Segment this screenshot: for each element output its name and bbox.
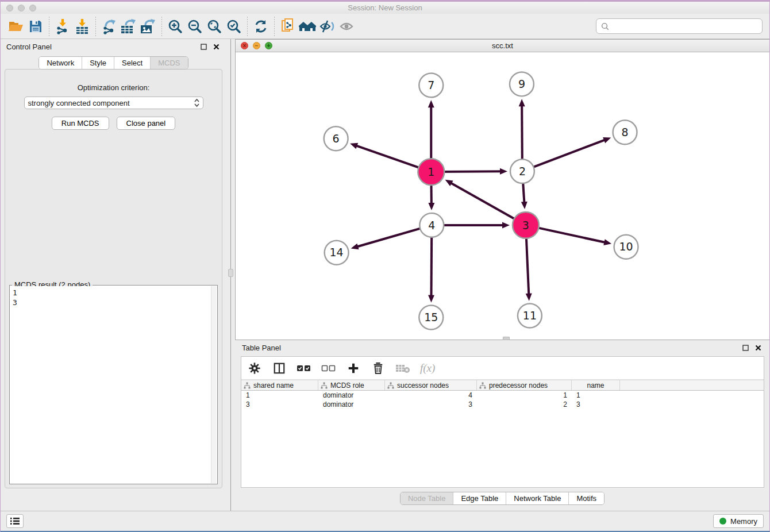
table-rows: 1dominator4113dominator323 [241, 391, 764, 409]
hierarchy-icon [321, 382, 328, 389]
network-maximize-button[interactable]: + [265, 42, 272, 49]
graph-edge-arrowhead [428, 100, 434, 107]
network-close-button[interactable]: × [241, 42, 248, 49]
mcds-result-text[interactable]: 1 3 [10, 286, 211, 483]
delete-columns-trash-icon[interactable] [371, 361, 386, 376]
column-header-name[interactable]: name [572, 380, 620, 390]
export-network-button[interactable] [99, 17, 119, 36]
close-table-panel-icon[interactable] [753, 344, 763, 353]
table-cell[interactable]: 1 [477, 391, 572, 399]
export-image-button[interactable] [138, 17, 158, 36]
graph-node-label-11: 11 [523, 309, 537, 322]
graph-edge-arrowhead [521, 202, 528, 209]
tab-network-table[interactable]: Network Table [506, 492, 568, 504]
save-session-button[interactable] [26, 17, 45, 36]
run-mcds-button[interactable]: Run MCDS [52, 117, 109, 130]
table-cell[interactable]: 3 [241, 400, 318, 408]
close-panel-icon[interactable] [211, 42, 221, 51]
graph-edge-arrowhead [500, 168, 507, 175]
deselect-all-columns-icon[interactable] [321, 361, 336, 376]
optimization-criterion-value: strongly connected component [28, 99, 194, 107]
tab-node-table[interactable]: Node Table [401, 492, 453, 504]
graph-edge-arrowhead [519, 99, 525, 106]
tab-style[interactable]: Style [82, 57, 114, 69]
table-cell[interactable]: dominator [318, 400, 385, 408]
table-cell[interactable]: 1 [572, 391, 620, 399]
main-toolbar [1, 14, 769, 39]
tab-mcds[interactable]: MCDS [150, 57, 187, 69]
tab-select[interactable]: Select [114, 57, 150, 69]
network-window-title: scc.txt [236, 41, 769, 50]
show-columns-icon[interactable] [272, 361, 287, 376]
table-row[interactable]: 3dominator323 [241, 400, 764, 409]
table-settings-gear-icon[interactable] [247, 361, 262, 376]
export-table-button[interactable] [119, 17, 138, 36]
float-table-panel-icon[interactable] [741, 344, 750, 353]
column-header-mcds-role[interactable]: MCDS role [318, 380, 385, 390]
network-canvas[interactable]: 7968124314101511 [236, 52, 769, 340]
result-scrollbar[interactable] [211, 286, 217, 483]
table-panel: Table Panel [235, 340, 769, 512]
show-eye-disabled-button[interactable] [337, 17, 356, 36]
tab-network[interactable]: Network [39, 57, 82, 69]
graph-edge-arrowhead [603, 137, 611, 143]
column-header-successor-nodes[interactable]: successor nodes [385, 380, 477, 390]
graph-node-label-1: 1 [428, 165, 434, 178]
graph-node-label-10: 10 [619, 240, 633, 253]
vertical-splitter[interactable] [226, 39, 235, 512]
open-session-button[interactable] [6, 17, 26, 36]
table-cell[interactable]: 4 [385, 391, 477, 399]
graph-edge-arrowhead [526, 293, 532, 300]
splitter-grip[interactable] [228, 269, 233, 277]
table-toolbar: f(x) [241, 357, 764, 380]
table-cell[interactable]: 3 [385, 400, 477, 408]
window-titlebar: Session: New Session [1, 2, 769, 14]
close-panel-button[interactable]: Close panel [117, 117, 176, 130]
table-cell[interactable]: 2 [477, 400, 572, 408]
graph-edge-2-8[interactable] [522, 140, 605, 171]
tab-motifs[interactable]: Motifs [568, 492, 604, 504]
table-cell[interactable]: 1 [241, 391, 318, 399]
node-table-container: f(x) shared nameMCDS rolesuccessor nodes… [241, 356, 764, 488]
table-cell[interactable]: 3 [572, 400, 620, 408]
column-header-shared-name[interactable]: shared name [241, 380, 318, 390]
network-minimize-button[interactable]: − [253, 42, 260, 49]
memory-button[interactable]: Memory [713, 514, 764, 528]
add-column-plus-icon[interactable] [346, 361, 361, 376]
tab-edge-table[interactable]: Edge Table [453, 492, 506, 504]
column-header-predecessor-nodes[interactable]: predecessor nodes [477, 380, 572, 390]
select-all-columns-icon[interactable] [297, 361, 311, 376]
hide-eye-slash-button[interactable] [317, 17, 337, 36]
zoom-selected-button[interactable] [224, 17, 244, 36]
duplicate-network-button[interactable] [278, 17, 298, 36]
task-history-button[interactable] [6, 514, 24, 528]
table-panel-tabs: Node TableEdge TableNetwork TableMotifs [400, 492, 605, 505]
zoom-in-button[interactable] [165, 17, 185, 36]
import-table-button[interactable] [72, 17, 92, 36]
zoom-fit-button[interactable] [205, 17, 224, 36]
table-row[interactable]: 1dominator411 [241, 391, 764, 400]
graph-edge-arrowhead [350, 143, 358, 149]
graph-node-label-6: 6 [333, 132, 340, 145]
graph-node-label-8: 8 [622, 126, 629, 138]
delete-table-icon-disabled [395, 361, 410, 376]
graph-edge-arrowhead [351, 244, 359, 250]
import-network-button[interactable] [53, 17, 72, 36]
optimization-criterion-select[interactable]: strongly connected component [24, 97, 203, 109]
optimization-criterion-label: Optimization criterion: [5, 83, 222, 92]
graph-node-label-2: 2 [519, 165, 526, 178]
table-cell[interactable]: dominator [318, 391, 385, 399]
graph-node-label-3: 3 [522, 219, 529, 232]
table-header-row: shared nameMCDS rolesuccessor nodesprede… [241, 380, 764, 391]
apply-layout-button[interactable] [251, 17, 271, 36]
zoom-out-button[interactable] [185, 17, 205, 36]
search-input[interactable] [613, 22, 757, 30]
graph-edge-arrowhead [603, 239, 611, 245]
graph-edge-arrowhead [428, 203, 434, 210]
control-panel: Control Panel NetworkStyleSelectMCDS Opt… [1, 39, 226, 512]
toolbar-search[interactable] [596, 18, 763, 34]
houses-icon-button[interactable] [298, 17, 317, 36]
control-panel-tabs: NetworkStyleSelectMCDS [38, 56, 188, 70]
float-panel-icon[interactable] [199, 42, 208, 51]
horizontal-splitter-grip[interactable] [503, 337, 510, 340]
